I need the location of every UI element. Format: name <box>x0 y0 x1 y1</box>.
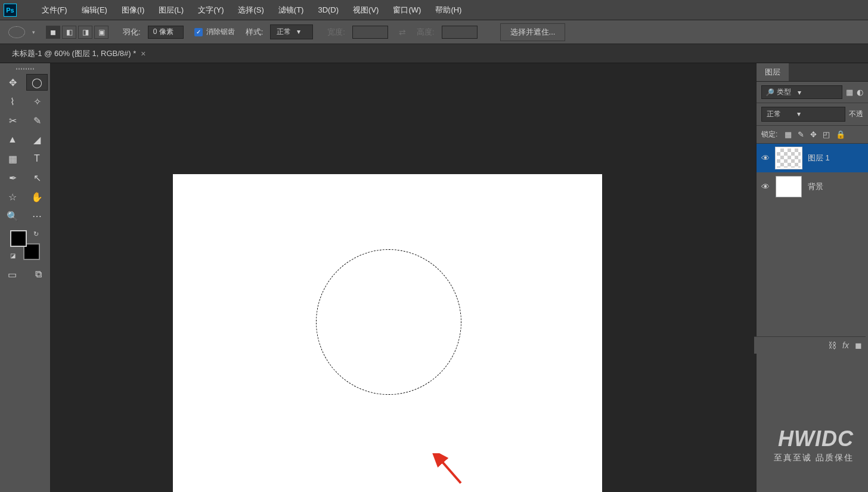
type-tool-icon[interactable]: T <box>26 150 48 167</box>
menu-filter[interactable]: 滤镜(T) <box>271 5 311 16</box>
shape-tool-icon[interactable]: ☆ <box>2 188 23 205</box>
layers-panel-footer: ⛓ fx ◼ <box>754 336 866 354</box>
path-select-tool-icon[interactable]: ↖ <box>26 169 48 186</box>
magic-wand-tool-icon[interactable]: ✧ <box>26 93 48 110</box>
tool-preset-dropdown-icon[interactable]: ▾ <box>32 29 35 35</box>
tool-preview-ellipse-icon[interactable] <box>8 26 25 38</box>
document-tab-title: 未标题-1 @ 60% (图层 1, RGB/8#) * <box>12 48 136 59</box>
annotation-arrow-icon <box>431 453 467 489</box>
check-icon: ✓ <box>194 28 203 36</box>
lock-position-icon[interactable]: ✥ <box>810 130 817 139</box>
menu-window[interactable]: 窗口(W) <box>386 5 428 16</box>
document-tab[interactable]: 未标题-1 @ 60% (图层 1, RGB/8#) * × <box>5 45 153 63</box>
menu-select[interactable]: 选择(S) <box>231 5 271 16</box>
zoom-tool-icon[interactable]: 🔍 <box>2 208 23 224</box>
layer-name[interactable]: 背景 <box>808 181 823 192</box>
toolbox: ✥ ◯ ⌇ ✧ ✂ ✎ ▲ ◢ ▦ T ✒ ↖ ☆ ✋ 🔍 ⋯ ↻ ◪ ▭ ⧉ <box>0 63 51 492</box>
layer-thumbnail[interactable] <box>776 147 802 169</box>
visibility-eye-icon[interactable]: 👁 <box>761 153 770 163</box>
options-bar: ▾ ◼ ◧ ◨ ▣ 羽化: ✓ 消除锯齿 样式: 正常 ▾ 宽度: ⇄ 高度: … <box>0 20 868 44</box>
selection-marquee <box>316 249 461 395</box>
mask-icon[interactable]: ◼ <box>855 341 862 350</box>
height-label: 高度: <box>417 27 435 38</box>
layer-thumbnail[interactable] <box>776 176 802 197</box>
screenmode-tool-icon[interactable]: ⧉ <box>28 266 48 283</box>
layer-name[interactable]: 图层 1 <box>808 153 830 163</box>
selection-subtract-icon[interactable]: ◨ <box>78 26 92 39</box>
lock-artboard-icon[interactable]: ◰ <box>823 130 830 139</box>
move-tool-icon[interactable]: ✥ <box>2 74 23 91</box>
antialias-label: 消除锯齿 <box>206 27 235 37</box>
close-tab-icon[interactable]: × <box>141 49 145 58</box>
menu-3d[interactable]: 3D(D) <box>311 5 346 14</box>
visibility-eye-icon[interactable]: 👁 <box>761 182 770 191</box>
menu-edit[interactable]: 编辑(E) <box>75 5 114 16</box>
toolbox-grip[interactable] <box>2 67 48 70</box>
filter-adjust-icon[interactable]: ◐ <box>857 88 863 97</box>
width-input <box>352 26 388 39</box>
width-label: 宽度: <box>327 27 345 38</box>
canvas-area[interactable] <box>51 63 868 492</box>
swap-wh-icon: ⇄ <box>399 27 406 37</box>
more-tools-icon[interactable]: ⋯ <box>26 208 48 224</box>
watermark: HWIDC 至真至诚 品质保住 <box>774 426 854 463</box>
antialias-checkbox[interactable]: ✓ 消除锯齿 <box>194 27 235 37</box>
clone-stamp-tool-icon[interactable]: ▲ <box>2 131 23 148</box>
opacity-label: 不透 <box>849 109 863 119</box>
selection-intersect-icon[interactable]: ▣ <box>94 26 108 39</box>
lasso-tool-icon[interactable]: ⌇ <box>2 93 23 110</box>
lock-pixels-icon[interactable]: ▦ <box>785 130 792 139</box>
feather-label: 羽化: <box>123 27 141 38</box>
layer-row[interactable]: 👁 图层 1 <box>757 144 868 172</box>
foreground-color-swatch[interactable] <box>10 230 27 247</box>
blend-mode-select[interactable]: 正常 ▾ <box>761 107 845 122</box>
pen-tool-icon[interactable]: ✒ <box>2 169 23 186</box>
hand-tool-icon[interactable]: ✋ <box>26 188 48 205</box>
feather-input[interactable] <box>148 26 184 39</box>
menu-file[interactable]: 文件(F) <box>35 5 75 16</box>
layer-row[interactable]: 👁 背景 <box>757 172 868 201</box>
document-tabs: 未标题-1 @ 60% (图层 1, RGB/8#) * × <box>0 44 868 63</box>
layer-filter-select[interactable]: 🔎 类型 ▾ <box>761 85 842 99</box>
height-input <box>442 26 478 39</box>
style-label: 样式: <box>246 27 264 38</box>
layers-tab[interactable]: 图层 <box>757 63 789 81</box>
select-and-mask-button[interactable]: 选择并遮住... <box>500 23 566 41</box>
layer-list: 👁 图层 1 👁 背景 <box>757 144 868 201</box>
app-logo[interactable]: Ps <box>4 4 17 17</box>
menu-layer[interactable]: 图层(L) <box>151 5 191 16</box>
search-icon: 🔎 <box>765 88 774 97</box>
marquee-ellipse-tool-icon[interactable]: ◯ <box>26 74 48 91</box>
selection-add-icon[interactable]: ◧ <box>62 26 76 39</box>
menu-image[interactable]: 图像(I) <box>114 5 151 16</box>
fx-icon[interactable]: fx <box>842 341 849 350</box>
crop-tool-icon[interactable]: ✂ <box>2 112 23 129</box>
selection-new-icon[interactable]: ◼ <box>46 26 60 39</box>
lock-label: 锁定: <box>761 129 777 140</box>
swap-colors-icon[interactable]: ↻ <box>33 230 39 238</box>
watermark-slogan: 至真至诚 品质保住 <box>774 453 854 463</box>
workspace: ✥ ◯ ⌇ ✧ ✂ ✎ ▲ ◢ ▦ T ✒ ↖ ☆ ✋ 🔍 ⋯ ↻ ◪ ▭ ⧉ <box>0 63 868 492</box>
watermark-logo: HWIDC <box>774 426 854 451</box>
eyedropper-tool-icon[interactable]: ✎ <box>26 112 48 129</box>
eraser-tool-icon[interactable]: ◢ <box>26 131 48 148</box>
menu-type[interactable]: 文字(Y) <box>191 5 231 16</box>
style-select[interactable]: 正常 ▾ <box>270 24 313 39</box>
menu-view[interactable]: 视图(V) <box>346 5 386 16</box>
default-colors-icon[interactable]: ◪ <box>10 252 16 259</box>
lock-brush-icon[interactable]: ✎ <box>798 130 804 139</box>
selection-mode-group: ◼ ◧ ◨ ▣ <box>46 26 108 39</box>
svg-line-0 <box>440 459 461 483</box>
link-layers-icon[interactable]: ⛓ <box>828 341 836 350</box>
menu-help[interactable]: 帮助(H) <box>428 5 469 16</box>
filter-image-icon[interactable]: ▦ <box>846 88 853 97</box>
gradient-tool-icon[interactable]: ▦ <box>2 150 23 167</box>
color-swatches[interactable]: ↻ ◪ <box>10 230 40 260</box>
quickmask-tool-icon[interactable]: ▭ <box>2 266 22 283</box>
menubar: Ps 文件(F) 编辑(E) 图像(I) 图层(L) 文字(Y) 选择(S) 滤… <box>0 0 868 20</box>
lock-all-icon[interactable]: 🔒 <box>836 130 845 139</box>
